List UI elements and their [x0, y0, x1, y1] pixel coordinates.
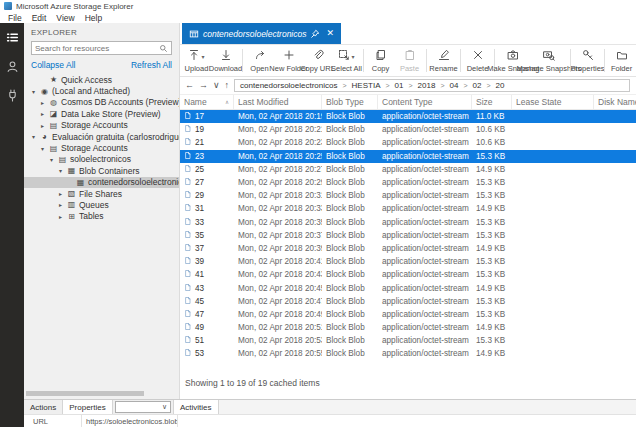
table-row-blob-43[interactable]: 43Mon, 02 Apr 2018 20:45:03 GMTBlock Blo…: [180, 281, 636, 294]
table-row-blob-17[interactable]: 17Mon, 02 Apr 2018 20:19:01 GMTBlock Blo…: [180, 110, 636, 123]
pin-icon[interactable]: [310, 29, 320, 39]
table-row-blob-23[interactable]: 23Mon, 02 Apr 2018 20:25:01 GMTBlock Blo…: [180, 150, 636, 163]
table-row-blob-39[interactable]: 39Mon, 02 Apr 2018 20:41:02 GMTBlock Blo…: [180, 255, 636, 268]
refresh-all-link[interactable]: Refresh All: [131, 60, 172, 70]
table-row-blob-45[interactable]: 45Mon, 02 Apr 2018 20:47:03 GMTBlock Blo…: [180, 295, 636, 308]
toolbar-divider: [460, 49, 461, 72]
tree-item-soloelectronicos[interactable]: ▾▤soloelectronicos: [24, 154, 179, 165]
column-header-last-modified[interactable]: Last Modified: [234, 95, 322, 109]
forward-icon[interactable]: →: [199, 81, 208, 90]
table-row-blob-53[interactable]: 53Mon, 02 Apr 2018 20:55:03 GMTBlock Blo…: [180, 347, 636, 360]
expand-arrow-icon[interactable]: ▸: [57, 201, 64, 208]
table-row-blob-37[interactable]: 37Mon, 02 Apr 2018 20:39:02 GMTBlock Blo…: [180, 242, 636, 255]
toolbar-copy-url-button[interactable]: Copy URL: [303, 45, 332, 76]
column-header-content-type[interactable]: Content Type: [378, 95, 472, 109]
collapse-arrow-icon[interactable]: ▾: [57, 167, 64, 174]
tree-item-quick-access[interactable]: ★Quick Access: [24, 74, 179, 85]
blob-type: Block Blob: [322, 336, 378, 345]
tree-item-tables[interactable]: ▸⊞Tables: [24, 211, 179, 222]
table-row-blob-19[interactable]: 19Mon, 02 Apr 2018 20:21:01 GMTBlock Blo…: [180, 123, 636, 136]
toolbar-rename-button[interactable]: Rename: [429, 45, 458, 76]
toolbar-folder-button[interactable]: Folder: [607, 45, 636, 76]
close-tab-icon[interactable]: ✕: [326, 29, 334, 38]
table-row-blob-21[interactable]: 21Mon, 02 Apr 2018 20:23:01 GMTBlock Blo…: [180, 136, 636, 149]
blob-size: 14.9 KB: [472, 284, 512, 293]
back-icon[interactable]: ←: [185, 81, 194, 90]
explorer-icon[interactable]: [4, 30, 20, 44]
collapse-all-link[interactable]: Collapse All: [31, 60, 75, 70]
breadcrumb-segment-2018[interactable]: 2018: [418, 81, 436, 90]
tree-item-data-lake-store-preview[interactable]: ▸◪Data Lake Store (Preview): [24, 108, 179, 119]
toolbar-select-all-button[interactable]: ▾Select All: [332, 45, 361, 76]
tree-item-cosmos-db-accounts-preview[interactable]: ▸◍Cosmos DB Accounts (Preview): [24, 97, 179, 108]
toolbar-manage-snapshots-button[interactable]: Manage Snapshots: [530, 45, 568, 76]
menu-file[interactable]: File: [3, 13, 27, 23]
tree-item-label: (Local and Attached): [52, 86, 130, 96]
table-row-blob-47[interactable]: 47Mon, 02 Apr 2018 20:49:03 GMTBlock Blo…: [180, 308, 636, 321]
breadcrumb[interactable]: contenedorsoloelectronicos>HESTIA>01>201…: [234, 79, 630, 92]
toolbar-new-folder-button[interactable]: New Folder: [274, 45, 303, 76]
blob-content-type: application/octet-stream: [378, 244, 472, 253]
collapse-arrow-icon[interactable]: ▾: [30, 133, 37, 140]
tree-item-queues[interactable]: ▸▥Queues: [24, 199, 179, 210]
toolbar-paste-button[interactable]: Paste: [395, 45, 424, 76]
table-row-blob-27[interactable]: 27Mon, 02 Apr 2018 20:29:01 GMTBlock Blo…: [180, 176, 636, 189]
column-header-size[interactable]: Size: [472, 95, 512, 109]
table-row-blob-25[interactable]: 25Mon, 02 Apr 2018 20:27:01 GMTBlock Blo…: [180, 163, 636, 176]
table-row-blob-41[interactable]: 41Mon, 02 Apr 2018 20:43:02 GMTBlock Blo…: [180, 268, 636, 281]
table-row-blob-49[interactable]: 49Mon, 02 Apr 2018 20:51:03 GMTBlock Blo…: [180, 321, 636, 334]
toolbar-upload-button[interactable]: ▾Upload: [182, 45, 211, 76]
search-input[interactable]: [32, 44, 159, 53]
menu-view[interactable]: View: [51, 13, 79, 23]
expand-arrow-icon[interactable]: ▸: [57, 190, 64, 197]
menu-edit[interactable]: Edit: [27, 13, 52, 23]
tree-item-contenedorsoloelectronicos[interactable]: ▦contenedorsoloelectronicos: [24, 177, 179, 188]
expand-arrow-icon[interactable]: ▸: [57, 213, 64, 220]
column-header-lease-state[interactable]: Lease State: [512, 95, 594, 109]
tree-item-storage-accounts[interactable]: ▾▤Storage Accounts: [24, 142, 179, 153]
breadcrumb-segment-hestia[interactable]: HESTIA: [352, 81, 381, 90]
property-value[interactable]: https://soloelectronicos.blob.cor: [82, 415, 178, 427]
expand-arrow-icon[interactable]: ▸: [39, 122, 46, 129]
column-header-name[interactable]: Name∧: [180, 95, 234, 109]
column-header-blob-type[interactable]: Blob Type: [322, 95, 378, 109]
tab-actions[interactable]: Actions: [24, 400, 62, 414]
breadcrumb-segment-02[interactable]: 02: [472, 81, 481, 90]
toolbar-copy-button[interactable]: Copy: [366, 45, 395, 76]
up-icon[interactable]: ↑: [225, 81, 230, 90]
menu-help[interactable]: Help: [80, 13, 107, 23]
sidebar-horizontal-scrollbar[interactable]: [26, 391, 144, 396]
collapse-arrow-icon[interactable]: ▾: [30, 88, 37, 95]
history-chevron-icon[interactable]: ∨: [213, 81, 220, 90]
tab-activities[interactable]: Activities: [174, 400, 219, 414]
breadcrumb-segment-20[interactable]: 20: [495, 81, 504, 90]
blob-file-icon: [184, 151, 192, 162]
expand-arrow-icon[interactable]: ▸: [39, 110, 46, 117]
table-row-blob-29[interactable]: 29Mon, 02 Apr 2018 20:31:02 GMTBlock Blo…: [180, 189, 636, 202]
table-row-blob-51[interactable]: 51Mon, 02 Apr 2018 20:53:03 GMTBlock Blo…: [180, 334, 636, 347]
tree-item-storage-accounts[interactable]: ▸▤Storage Accounts: [24, 120, 179, 131]
tree-item-file-shares[interactable]: ▸▧File Shares: [24, 188, 179, 199]
connect-icon[interactable]: [4, 88, 20, 102]
breadcrumb-segment-contenedorsoloelectronicos[interactable]: contenedorsoloelectronicos: [240, 81, 337, 90]
collapse-arrow-icon[interactable]: ▾: [39, 145, 46, 152]
tables-icon: ⊞: [67, 212, 76, 221]
breadcrumb-segment-01[interactable]: 01: [395, 81, 404, 90]
table-row-blob-31[interactable]: 31Mon, 02 Apr 2018 20:33:02 GMTBlock Blo…: [180, 202, 636, 215]
toolbar-download-button[interactable]: Download: [211, 45, 240, 76]
account-icon[interactable]: [4, 59, 20, 73]
tree-item-local-and-attached[interactable]: ▾◉(Local and Attached): [24, 85, 179, 96]
breadcrumb-segment-04[interactable]: 04: [449, 81, 458, 90]
table-row-blob-35[interactable]: 35Mon, 02 Apr 2018 20:37:02 GMTBlock Blo…: [180, 229, 636, 242]
blob-size: 15.3 KB: [472, 231, 512, 240]
toolbar-properties-button[interactable]: Properties: [573, 45, 602, 76]
tree-item-blob-containers[interactable]: ▾▦Blob Containers: [24, 165, 179, 176]
tree-item-evaluaci-n-gratuita-carlosrodrigueznavar[interactable]: ▾◕Evaluación gratuita (carlosrodriguezna…: [24, 131, 179, 142]
table-row-blob-33[interactable]: 33Mon, 02 Apr 2018 20:35:02 GMTBlock Blo…: [180, 216, 636, 229]
properties-dropdown[interactable]: ∨: [115, 401, 171, 413]
tab-properties[interactable]: Properties: [62, 400, 112, 414]
tab-contenedorsoloelectronicos[interactable]: contenedorsoloelectronicos ✕: [182, 23, 341, 44]
expand-arrow-icon[interactable]: ▸: [39, 99, 46, 106]
collapse-arrow-icon[interactable]: ▾: [48, 156, 55, 163]
column-header-disk-name[interactable]: Disk Name: [594, 95, 636, 109]
